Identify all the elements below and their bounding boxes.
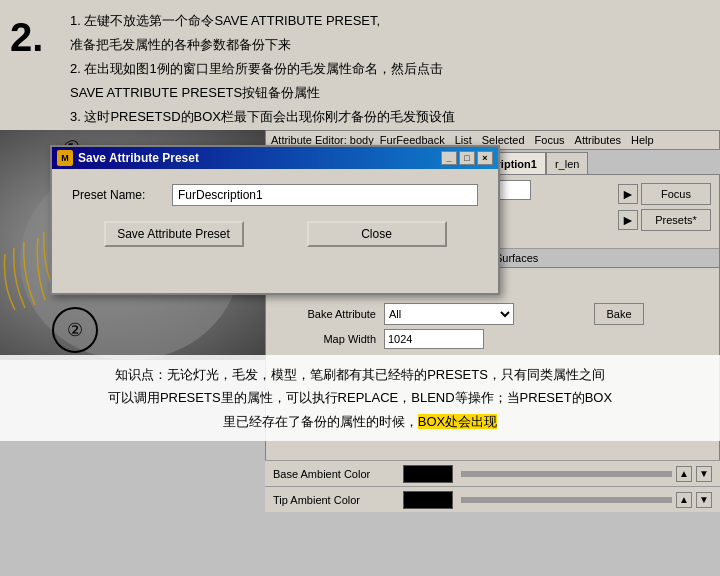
bottom-line-1: 知识点：无论灯光，毛发，模型，笔刷都有其已经特的PRESETS，只有同类属性之间	[15, 363, 705, 386]
dialog-close-button[interactable]: ×	[477, 151, 493, 165]
instruction-line-4: SAVE ATTRIBUTE PRESETS按钮备份属性	[70, 82, 710, 104]
bake-section: Bake Attribute All Bake Map Width	[266, 298, 719, 358]
bottom-line-3-highlight: BOX处会出现	[418, 414, 497, 429]
map-width-label: Map Width	[276, 333, 376, 345]
arrow-right-icon[interactable]: ►	[618, 184, 638, 204]
tip-ambient-slider[interactable]	[461, 497, 672, 503]
base-ambient-label: Base Ambient Color	[273, 468, 403, 480]
bake-attribute-dropdown[interactable]: All	[384, 303, 514, 325]
base-ambient-scroll-up[interactable]: ▲	[676, 466, 692, 482]
save-attribute-preset-button[interactable]: Save Attribute Preset	[104, 221, 244, 247]
presets-button[interactable]: Presets*	[641, 209, 711, 231]
base-ambient-scroll-down[interactable]: ▼	[696, 466, 712, 482]
save-attribute-preset-dialog[interactable]: M Save Attribute Preset _ □ × Preset Nam…	[50, 145, 500, 295]
step-number: 2.	[10, 15, 43, 60]
bottom-line-3-start: 里已经存在了备份的属性的时候，	[223, 414, 418, 429]
dialog-icon: M	[57, 150, 73, 166]
tip-ambient-row: Tip Ambient Color ▲ ▼	[265, 486, 720, 512]
map-width-row: Map Width	[276, 329, 709, 349]
bottom-line-2: 可以调用PRESETS里的属性，可以执行REPLACE，BLEND等操作；当PR…	[15, 386, 705, 409]
dialog-title: Save Attribute Preset	[78, 151, 199, 165]
instruction-line-5: 3. 这时PRESETSD的BOX栏最下面会出现你刚才备份的毛发预设值	[70, 106, 710, 128]
bake-attribute-label: Bake Attribute	[276, 308, 376, 320]
menu-attributes[interactable]: Attributes	[575, 134, 621, 146]
dialog-body: Preset Name: Save Attribute Preset Close	[52, 169, 498, 262]
tab-r-len[interactable]: r_len	[546, 152, 588, 174]
preset-name-input[interactable]	[172, 184, 478, 206]
base-ambient-slider[interactable]	[461, 471, 672, 477]
instruction-area: 2. 1. 左键不放选第一个命令SAVE ATTRIBUTE PRESET, 准…	[0, 0, 720, 130]
instruction-line-3: 2. 在出现如图1例的窗口里给所要备份的毛发属性命名，然后点击	[70, 58, 710, 80]
dialog-buttons-row: Save Attribute Preset Close	[72, 221, 478, 247]
dialog-titlebar-buttons: _ □ ×	[441, 151, 493, 165]
dialog-field-row: Preset Name:	[72, 184, 478, 206]
base-ambient-swatch[interactable]	[403, 465, 453, 483]
bottom-text: 知识点：无论灯光，毛发，模型，笔刷都有其已经特的PRESETS，只有同类属性之间…	[0, 355, 720, 441]
instruction-text: 1. 左键不放选第一个命令SAVE ATTRIBUTE PRESET, 准备把毛…	[70, 10, 710, 128]
focus-button[interactable]: Focus	[641, 183, 711, 205]
map-width-input[interactable]	[384, 329, 484, 349]
base-ambient-row: Base Ambient Color ▲ ▼	[265, 460, 720, 486]
preset-name-label: Preset Name:	[72, 188, 162, 202]
instruction-line-2: 准备把毛发属性的各种参数都备份下来	[70, 34, 710, 56]
dialog-titlebar: M Save Attribute Preset _ □ ×	[52, 147, 498, 169]
tip-ambient-scroll-up[interactable]: ▲	[676, 492, 692, 508]
bottom-line-3: 里已经存在了备份的属性的时候，BOX处会出现	[15, 410, 705, 433]
tip-ambient-swatch[interactable]	[403, 491, 453, 509]
attr-side-buttons: ► Focus ► Presets*	[618, 183, 711, 231]
tip-ambient-scroll-down[interactable]: ▼	[696, 492, 712, 508]
menu-help[interactable]: Help	[631, 134, 654, 146]
close-dialog-button[interactable]: Close	[307, 221, 447, 247]
menu-focus[interactable]: Focus	[535, 134, 565, 146]
color-section: Base Ambient Color ▲ ▼ Tip Ambient Color…	[265, 460, 720, 512]
dialog-maximize-button[interactable]: □	[459, 151, 475, 165]
bake-attribute-row: Bake Attribute All Bake	[276, 303, 709, 325]
arrow-right2-icon[interactable]: ►	[618, 210, 638, 230]
bake-button[interactable]: Bake	[594, 303, 644, 325]
instruction-line-1: 1. 左键不放选第一个命令SAVE ATTRIBUTE PRESET,	[70, 10, 710, 32]
dialog-minimize-button[interactable]: _	[441, 151, 457, 165]
tip-ambient-label: Tip Ambient Color	[273, 494, 403, 506]
